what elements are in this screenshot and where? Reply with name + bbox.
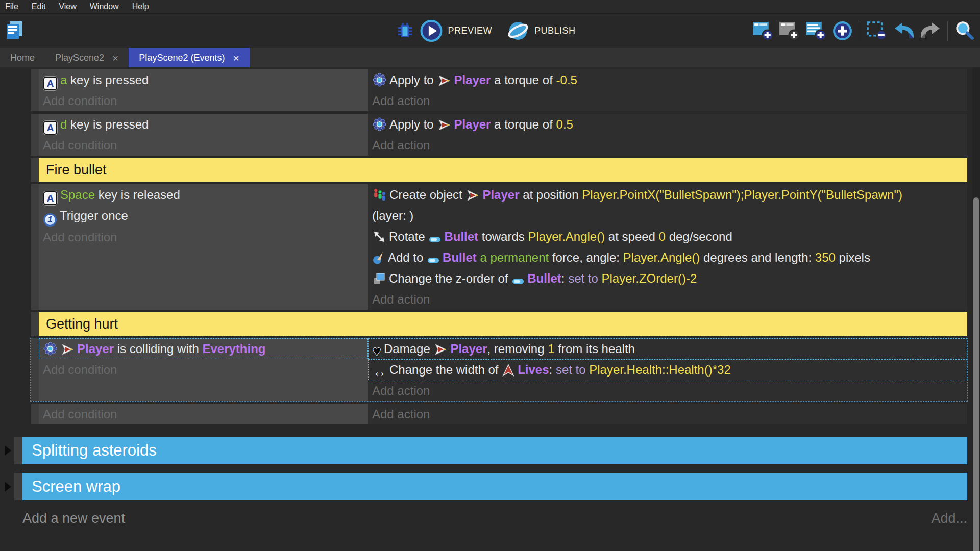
text-segment: Bullet (443, 251, 477, 264)
text-segment: force, angle: (549, 251, 623, 264)
event-comment[interactable]: Fire bullet (39, 158, 967, 182)
scrollbar[interactable] (972, 67, 980, 551)
menu-item-help[interactable]: Help (126, 2, 156, 11)
text-segment: , removing (487, 342, 548, 356)
tab-home[interactable]: Home (0, 48, 45, 67)
collapse-arrow-icon[interactable] (5, 482, 11, 492)
delete-selection-icon[interactable] (865, 19, 889, 43)
add-circle-icon[interactable] (830, 19, 854, 43)
event-gutter (14, 437, 22, 464)
text-segment: 1 (548, 342, 554, 356)
action[interactable]: Change the z-order of Bullet: set to Pla… (368, 268, 967, 289)
text-segment: a torque of (491, 117, 556, 131)
create-object-icon (373, 188, 386, 202)
condition[interactable]: 1Trigger once (39, 205, 368, 227)
comment-row: Getting hurt (31, 312, 967, 336)
text-segment: Player.Angle() (528, 230, 605, 243)
menu-item-edit[interactable]: Edit (25, 2, 53, 11)
add-new-event-button[interactable]: Add a new event (22, 511, 125, 527)
add-comment-icon[interactable] (804, 19, 828, 43)
text-segment: Apply to (389, 117, 437, 131)
toolbar-separator (947, 21, 948, 41)
add-action-button[interactable]: Add action (368, 90, 967, 111)
action[interactable]: Apply to Player a torque of 0.5 (368, 114, 967, 135)
text-segment: Damage (384, 342, 433, 356)
add-action-button[interactable]: Add action (368, 289, 967, 310)
add-condition-button[interactable]: Add condition (39, 227, 368, 247)
add-action-button[interactable]: Add action (368, 404, 967, 424)
preview-button[interactable]: PREVIEW (448, 26, 492, 36)
text-segment: Bullet (444, 230, 478, 243)
event-gutter (31, 404, 39, 424)
text-segment: Player (482, 188, 519, 202)
conditions-cell: Add condition (39, 404, 368, 424)
undo-icon[interactable] (892, 19, 916, 43)
action[interactable]: Apply to Player a torque of -0.5 (368, 69, 967, 90)
condition[interactable]: Aa key is pressed (39, 69, 368, 90)
text-segment: from its health (555, 342, 635, 356)
debugger-icon[interactable] (395, 21, 414, 41)
scrollbar-thumb[interactable] (973, 197, 979, 551)
event-gutter (31, 184, 39, 310)
action[interactable]: Rotate Bullet towards Player.Angle() at … (368, 226, 967, 247)
condition[interactable]: Ad key is pressed (39, 114, 368, 135)
text-segment: Player (454, 117, 491, 131)
event-comment[interactable]: Getting hurt (39, 312, 967, 336)
event-gutter (31, 114, 39, 156)
action[interactable]: ↔Change the width of Lives: set to Playe… (368, 359, 967, 380)
text-segment: Change the width of (389, 363, 502, 377)
width-arrow-icon: ↔ (373, 365, 386, 379)
add-subevent-icon[interactable] (777, 19, 801, 43)
text-segment: towards (478, 230, 528, 243)
text-segment: pixels (836, 251, 870, 264)
text-segment: at speed (605, 230, 658, 243)
add-event-icon[interactable] (751, 19, 775, 43)
event-gutter (31, 158, 39, 182)
add-condition-button[interactable]: Add condition (39, 404, 368, 424)
text-segment: Everything (202, 342, 265, 356)
text-segment: -0.5 (556, 73, 577, 87)
publish-button[interactable]: PUBLISH (534, 26, 576, 36)
publish-icon[interactable] (506, 19, 529, 42)
close-tab-icon[interactable]: × (112, 53, 118, 63)
add-action-button[interactable]: Add action (368, 135, 967, 156)
text-segment: a torque of (491, 73, 556, 87)
physics-icon (373, 73, 386, 87)
action[interactable]: ♥Damage Player, removing 1 from its heal… (368, 338, 967, 359)
redo-icon[interactable] (918, 19, 942, 43)
text-segment: Player.Angle() (623, 251, 700, 264)
menu-item-view[interactable]: View (52, 2, 83, 11)
add-button[interactable]: Add... (931, 511, 967, 527)
preview-icon[interactable] (420, 19, 443, 42)
player-ship-icon (437, 119, 451, 131)
event-group[interactable]: Splitting asteroids (22, 437, 967, 464)
action[interactable]: Create object Player at position Player.… (368, 184, 967, 226)
event-gutter (31, 312, 39, 336)
add-condition-button[interactable]: Add condition (39, 90, 368, 111)
project-manager-icon[interactable] (4, 20, 24, 40)
condition[interactable]: ASpace key is released (39, 184, 368, 205)
tab-bar: HomePlayScene2×PlayScene2 (Events)× (0, 48, 980, 67)
text-segment: Trigger once (60, 209, 128, 222)
close-tab-icon[interactable]: × (233, 53, 239, 63)
action[interactable]: Add to Bullet a permanent force, angle: … (368, 247, 967, 268)
add-condition-button[interactable]: Add condition (39, 359, 368, 380)
add-action-button[interactable]: Add action (368, 380, 967, 401)
player-ship-icon (61, 343, 74, 356)
tab-playscene2-events-[interactable]: PlayScene2 (Events)× (129, 48, 249, 67)
conditions-cell: ASpace key is released1Trigger onceAdd c… (39, 184, 368, 310)
add-condition-button[interactable]: Add condition (39, 135, 368, 156)
menu-item-file[interactable]: File (0, 2, 25, 11)
collapse-arrow-icon[interactable] (5, 445, 11, 456)
player-ship-icon (466, 189, 479, 202)
event-group[interactable]: Screen wrap (22, 473, 967, 500)
text-segment: Player (77, 342, 114, 356)
tab-playscene2[interactable]: PlayScene2× (45, 48, 129, 67)
text-segment: at position (519, 188, 582, 202)
group-row: Screen wrap (14, 473, 967, 500)
condition[interactable]: Player is colliding with Everything (39, 338, 368, 359)
toolbar-center: PREVIEW PUBLISH (395, 14, 584, 48)
search-icon[interactable] (953, 19, 977, 43)
menu-item-window[interactable]: Window (83, 2, 126, 11)
text-segment: a permanent (477, 251, 549, 264)
